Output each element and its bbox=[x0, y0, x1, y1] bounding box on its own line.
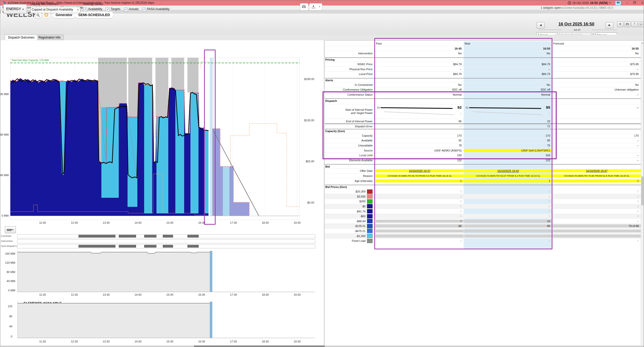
table-scrollbar[interactable]: ▲ bbox=[641, 41, 644, 345]
table-row: $3,500000 bbox=[325, 194, 641, 199]
bid-color-swatch bbox=[367, 209, 373, 213]
minimize-button[interactable]: – bbox=[624, 1, 630, 5]
local-limit-axis-label: 160 MW bbox=[2, 252, 15, 255]
indicator-track bbox=[17, 244, 315, 248]
next-interval-button[interactable]: ▶ bbox=[606, 22, 614, 28]
checkbox-checked-icon[interactable]: ✓ bbox=[142, 8, 146, 12]
main-dispatch-chart[interactable] bbox=[10, 58, 300, 220]
overlay-checkbox-availability[interactable]: ✓Availability bbox=[83, 7, 102, 12]
semi-scheduled-badge: SEMI-SCHEDULED bbox=[75, 12, 113, 18]
tab-dispatch-outcomes[interactable]: Dispatch Outcomes bbox=[5, 35, 38, 40]
table-row: -$135.01858570 of 68 bbox=[325, 223, 641, 228]
mw-axis-label: 45 MW bbox=[0, 174, 9, 177]
ea-x-tick: 19:30 bbox=[292, 340, 303, 343]
checkbox-checked-icon[interactable]: ✓ bbox=[124, 8, 128, 12]
table-row: NSW1 Price$84.79$84.79$75.89 bbox=[325, 62, 641, 67]
cell-now: 169 bbox=[464, 154, 552, 157]
overlay-checkbox-pasa-availability[interactable]: ✓PASA Availability bbox=[142, 7, 170, 12]
cell-past: 78 bbox=[376, 144, 464, 147]
rrp-button[interactable]: RRP▲ bbox=[5, 226, 16, 233]
elements-axis-label: 40 bbox=[2, 325, 12, 328]
table-row: $200000 bbox=[325, 199, 641, 204]
cell-past: Past bbox=[376, 42, 464, 45]
cell-now: 170 bbox=[464, 134, 552, 137]
cell-now: 0 bbox=[464, 195, 552, 198]
cell-past: UIGF-AEMO (ASEFS) bbox=[376, 149, 464, 152]
overlay-checkbox-targets[interactable]: ✓Targets bbox=[106, 7, 120, 12]
cell-forecast: 0 bbox=[553, 239, 641, 242]
indicator-bar bbox=[78, 245, 115, 248]
camera-icon[interactable] bbox=[624, 21, 630, 27]
table-row: Bid Prices (Gen) bbox=[325, 185, 641, 189]
table-row: Conformance ObligationSDC offSDC offUnkn… bbox=[325, 87, 641, 92]
mw-axis-label: 135 MW bbox=[0, 93, 9, 96]
checkbox-checked-icon[interactable]: ✓ bbox=[106, 8, 109, 12]
main-x-tick: 19:30 bbox=[292, 221, 303, 224]
price-axis-label: $189.00 bbox=[301, 78, 314, 81]
comment-icon[interactable] bbox=[638, 21, 644, 27]
search-button[interactable] bbox=[35, 13, 41, 18]
bid-price-label: $200 bbox=[359, 200, 366, 203]
bid-price-label: Fixed Load bbox=[352, 239, 366, 242]
current-datetime[interactable]: 16 Oct 2025 16:50 bbox=[547, 22, 605, 27]
favourite-star-icon[interactable]: ★ bbox=[617, 21, 623, 27]
cell-now: 0 bbox=[464, 229, 552, 233]
table-row: Alerts bbox=[325, 78, 641, 82]
cell-past[interactable]: 16/10/2025 16:37 bbox=[376, 169, 464, 172]
help-icon[interactable]: ? bbox=[631, 21, 637, 27]
chart-camera-button[interactable] bbox=[300, 3, 308, 11]
energy-select[interactable]: ENERGY ▼ bbox=[3, 4, 27, 14]
cell-now: UIGF-Self (LIGHTSRC) bbox=[464, 149, 552, 152]
mute-icon[interactable] bbox=[615, 1, 621, 6]
cell-forecast: 0 bbox=[553, 205, 641, 208]
spark-zero-value: 0 bbox=[549, 112, 550, 115]
cell-now: 72 bbox=[464, 125, 552, 128]
display-bid-volumes-select[interactable]: Capped at Dispatch Availability▼ bbox=[30, 7, 80, 13]
scroll-up-icon[interactable]: ▲ bbox=[641, 41, 644, 45]
table-row: InterventionNoNoNo bbox=[325, 51, 641, 56]
cell-forecast: Forecast bbox=[553, 42, 641, 45]
bid-price-label: -$88.84 bbox=[356, 220, 366, 223]
close-button[interactable]: × bbox=[639, 1, 644, 5]
table-row: PastNowForecast bbox=[325, 41, 641, 46]
restore-button[interactable] bbox=[632, 1, 637, 5]
row-label: Offer Date bbox=[325, 169, 375, 172]
cell-forecast: Unknown obligation bbox=[553, 88, 641, 91]
overlay-checkbox-actuals[interactable]: ✓Actuals bbox=[124, 7, 139, 12]
cell-past: No bbox=[376, 52, 464, 55]
bid-color-swatch bbox=[367, 229, 373, 233]
checkbox-checked-icon[interactable]: ✓ bbox=[83, 8, 87, 12]
cell-forecast: 0 bbox=[553, 235, 641, 238]
indicator-track bbox=[17, 239, 315, 243]
horizontal-scrollbar[interactable] bbox=[194, 345, 325, 347]
row-label: Elements Available bbox=[325, 159, 375, 162]
row-label: Physical Run Price bbox=[325, 68, 375, 71]
download-button[interactable]: ▼ bbox=[309, 3, 322, 11]
spark-start-value: 80 bbox=[377, 106, 380, 109]
row-label: Conformance Obligation bbox=[325, 88, 375, 91]
bid-color-swatch bbox=[367, 239, 373, 243]
cell-forecast[interactable]: 16/10/2025 16:47 bbox=[553, 169, 641, 172]
bid-price-label: -$135.01 bbox=[355, 224, 366, 227]
clock-dropdown-icon[interactable]: ▼ bbox=[609, 2, 611, 4]
nem-clock[interactable]: 16 Oct 2025 16:50 (NEM) ▼ bbox=[568, 1, 611, 5]
ea-x-tick: 16:30 bbox=[196, 340, 207, 343]
scrollbar-thumb[interactable] bbox=[641, 176, 643, 205]
elements-available-chart bbox=[17, 300, 315, 338]
prev-interval-button[interactable]: ◀ bbox=[537, 22, 545, 28]
cell-now[interactable]: 16/10/2025 16:42 bbox=[464, 169, 552, 172]
cell-past: 85 bbox=[376, 224, 464, 227]
cell-past: 0 bbox=[376, 235, 464, 238]
cell-past: 0 bbox=[376, 200, 464, 203]
cell-forecast: 0 bbox=[553, 215, 641, 218]
tab-registration-info[interactable]: Registration Info bbox=[35, 35, 64, 40]
ez2view-window: ez2view Australia by Global-Roam - https… bbox=[0, 0, 644, 347]
indicator-bar bbox=[144, 245, 156, 248]
overlay-series-label: Overlay Series bbox=[83, 2, 103, 6]
cell-past: 95 bbox=[376, 120, 464, 123]
cell-past: 0 bbox=[376, 195, 464, 198]
local-limit-axis-label: 0 MW bbox=[2, 289, 15, 292]
table-row: Pricing bbox=[325, 57, 641, 62]
cell-forecast: 0 bbox=[553, 229, 641, 233]
cell-past: 0 bbox=[376, 215, 464, 218]
